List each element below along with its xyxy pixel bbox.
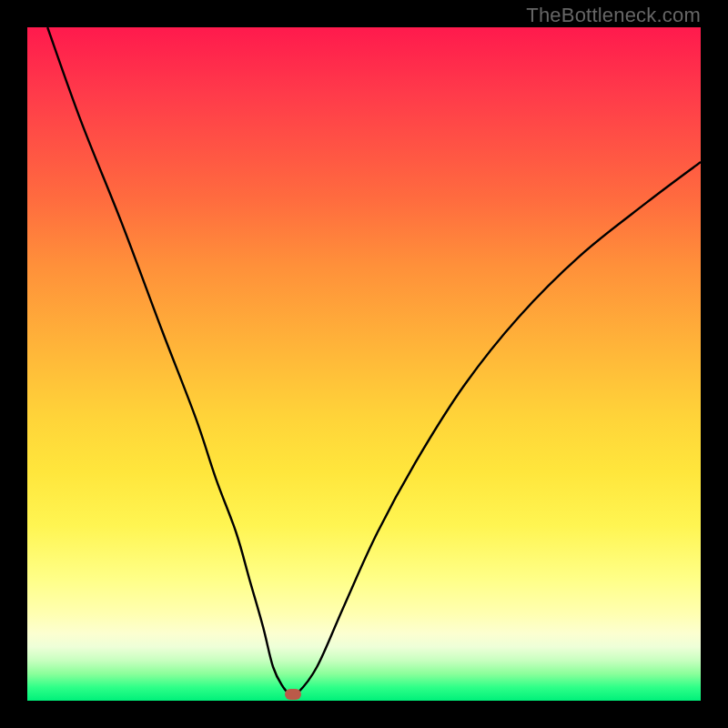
chart-frame: TheBottleneck.com bbox=[0, 0, 728, 728]
optimal-point-marker bbox=[285, 689, 301, 700]
watermark-text: TheBottleneck.com bbox=[526, 4, 701, 27]
curve-path bbox=[47, 27, 701, 696]
bottleneck-curve bbox=[27, 27, 701, 701]
plot-area bbox=[27, 27, 701, 701]
